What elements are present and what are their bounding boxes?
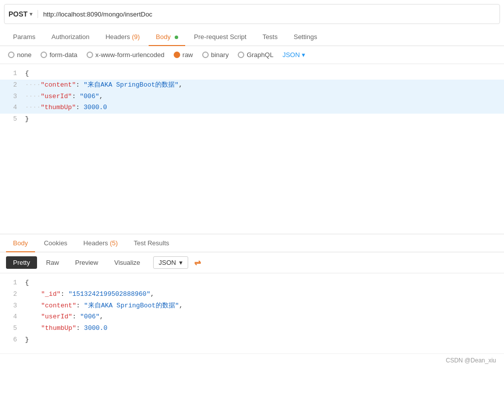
body-type-raw[interactable]: raw	[174, 51, 193, 59]
footer-text: CSDN @Dean_xiu	[446, 357, 496, 364]
response-tab-headers[interactable]: Headers (5)	[77, 234, 125, 252]
json-format-chevron-icon: ▾	[302, 51, 305, 59]
body-type-binary[interactable]: binary	[202, 51, 229, 59]
method-chevron-icon[interactable]: ▾	[30, 11, 33, 18]
res-line-3: 3 "content": "来自AKA SpringBoot的数据",	[0, 300, 504, 312]
url-bar: POST ▾	[4, 4, 500, 24]
view-preview[interactable]: Preview	[68, 256, 105, 269]
tab-tests[interactable]: Tests	[255, 28, 284, 46]
footer: CSDN @Dean_xiu	[0, 353, 504, 367]
view-raw[interactable]: Raw	[39, 256, 66, 269]
radio-urlencoded-circle	[87, 52, 93, 58]
json-format-dropdown[interactable]: JSON ▾	[282, 51, 305, 59]
req-line-4: 4 ····"thumbUp": 3000.0	[0, 102, 504, 114]
method-container[interactable]: POST ▾	[9, 10, 38, 18]
res-line-2: 2 "_id": "1513242199502888960",	[0, 289, 504, 300]
body-type-form-data[interactable]: form-data	[41, 51, 78, 59]
radio-graphql-circle	[238, 52, 244, 58]
body-type-none[interactable]: none	[8, 51, 32, 59]
radio-raw-circle	[174, 52, 180, 58]
res-line-5: 5 "thumbUp": 3000.0	[0, 323, 504, 334]
res-line-6: 6 }	[0, 334, 504, 346]
method-label: POST	[9, 10, 28, 18]
response-tab-bar: Body Cookies Headers (5) Test Results	[0, 234, 504, 252]
radio-none-circle	[8, 52, 15, 58]
req-line-3: 3 ····"userId": "006",	[0, 91, 504, 103]
response-json-format-dropdown[interactable]: JSON ▾	[153, 256, 188, 269]
req-line-1: 1 {	[0, 68, 504, 80]
tab-headers[interactable]: Headers (9)	[99, 28, 147, 46]
radio-binary-circle	[202, 52, 209, 58]
tab-body[interactable]: Body	[149, 28, 185, 46]
tab-settings[interactable]: Settings	[287, 28, 324, 46]
body-active-dot	[175, 36, 178, 39]
body-type-graphql[interactable]: GraphQL	[238, 51, 273, 59]
view-visualize[interactable]: Visualize	[107, 256, 147, 269]
response-json-chevron-icon: ▾	[179, 259, 183, 266]
tab-params[interactable]: Params	[6, 28, 43, 46]
body-type-urlencoded[interactable]: x-www-form-urlencoded	[87, 51, 165, 59]
res-line-1: 1 {	[0, 277, 504, 289]
tab-authorization[interactable]: Authorization	[45, 28, 97, 46]
req-line-2: 2 ····"content": "来自AKA SpringBoot的数据",	[0, 80, 504, 91]
req-line-5: 5 }	[0, 114, 504, 125]
response-headers-badge: (5)	[110, 239, 118, 247]
view-pretty[interactable]: Pretty	[6, 256, 37, 269]
view-options-bar: Pretty Raw Preview Visualize JSON ▾ ⇌	[0, 252, 504, 273]
response-tab-test-results[interactable]: Test Results	[127, 234, 176, 252]
request-tab-bar: Params Authorization Headers (9) Body Pr…	[0, 28, 504, 46]
response-tab-body[interactable]: Body	[6, 234, 35, 252]
res-line-4: 4 "userId": "006",	[0, 311, 504, 323]
radio-form-data-circle	[41, 52, 47, 58]
headers-badge: (9)	[132, 33, 140, 41]
response-tab-cookies[interactable]: Cookies	[37, 234, 75, 252]
url-input[interactable]	[43, 11, 495, 18]
body-type-bar: none form-data x-www-form-urlencoded raw…	[0, 46, 504, 64]
word-wrap-icon[interactable]: ⇌	[194, 258, 201, 267]
tab-pre-request-script[interactable]: Pre-request Script	[187, 28, 254, 46]
request-code-editor[interactable]: 1 { 2 ····"content": "来自AKA SpringBoot的数…	[0, 64, 504, 234]
response-code-editor: 1 { 2 "_id": "1513242199502888960", 3 "c…	[0, 273, 504, 353]
